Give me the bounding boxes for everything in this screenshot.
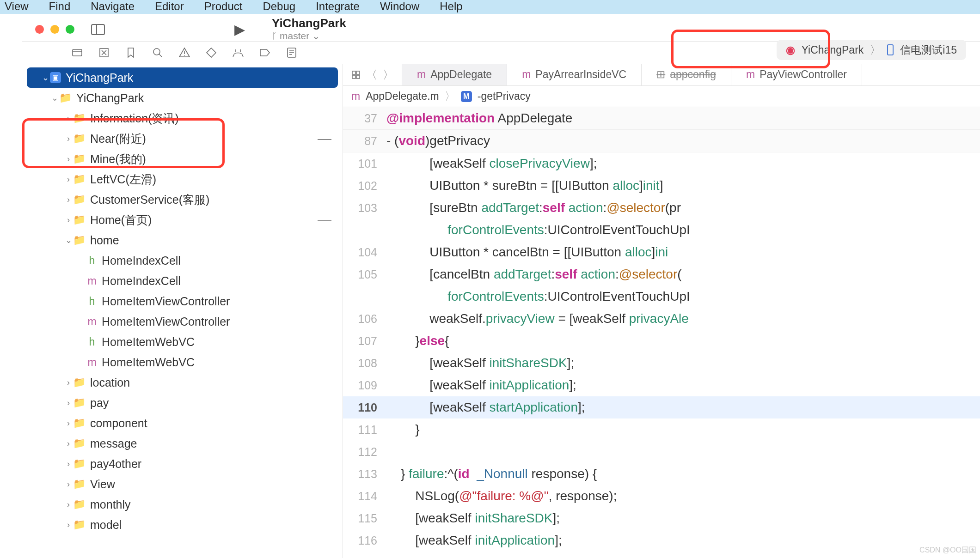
editor-tab[interactable]: mAppDelegate	[402, 64, 507, 85]
nav-back-icon[interactable]: 〈	[366, 67, 377, 82]
line-number: 115	[343, 507, 386, 529]
tree-item[interactable]: ›📁Near(附近)—	[22, 128, 343, 149]
code-line[interactable]: 37@implementation AppDelegate	[343, 107, 980, 130]
tree-item[interactable]: hHomeItemWebVC	[22, 332, 343, 352]
code-line[interactable]: 110 [weakSelf startApplication];	[343, 396, 980, 418]
chevron-down-icon[interactable]: ⌄	[50, 93, 59, 103]
tree-item[interactable]: ›📁message	[22, 433, 343, 454]
chevron-right-icon[interactable]: ›	[64, 134, 73, 144]
chevron-right-icon[interactable]: ›	[64, 378, 73, 388]
file-h-icon: h	[87, 336, 97, 348]
tree-item[interactable]: ›📁CustomerService(客服)	[22, 189, 343, 210]
tree-item[interactable]: ›📁component	[22, 413, 343, 433]
code-line[interactable]: forControlEvents:UIControlEventTouchUpI	[343, 285, 980, 308]
code-line[interactable]: 104 UIButton * cancelBtn = [[UIButton al…	[343, 241, 980, 263]
tree-item[interactable]: ⌄📁home	[22, 230, 343, 250]
tree-item[interactable]: ›📁View	[22, 474, 343, 494]
code-line[interactable]: 112	[343, 441, 980, 463]
tree-item[interactable]: ›📁location	[22, 372, 343, 393]
menu-product[interactable]: Product	[204, 0, 243, 13]
menu-debug[interactable]: Debug	[263, 0, 295, 13]
tree-item[interactable]: ›📁LeftVC(左滑)	[22, 169, 343, 189]
tree-item[interactable]: ⌄▣YiChangPark	[27, 67, 338, 88]
scheme-selector[interactable]: YiChangPark ᚴ master ⌄	[272, 18, 346, 42]
chevron-right-icon[interactable]: ›	[64, 398, 73, 408]
chevron-right-icon[interactable]: ›	[64, 175, 73, 184]
chevron-right-icon[interactable]: ›	[64, 439, 73, 449]
chevron-right-icon[interactable]: ›	[64, 418, 73, 428]
tree-item[interactable]: mHomeItemWebVC	[22, 352, 343, 372]
code-line[interactable]: 109 [weakSelf initApplication];	[343, 374, 980, 396]
code-line[interactable]: 103 [sureBtn addTarget:self action:@sele…	[343, 197, 980, 219]
code-line[interactable]: 115 [weakSelf initShareSDK];	[343, 507, 980, 529]
tree-item[interactable]: ⌄📁YiChangPark	[22, 88, 343, 108]
editor-layout-controls[interactable]: 〈 〉	[343, 64, 402, 85]
tree-item[interactable]: mHomeItemViewController	[22, 311, 343, 332]
tree-item[interactable]: ›📁Information(资讯)	[22, 108, 343, 128]
menu-find[interactable]: Find	[49, 0, 71, 13]
editor-tab[interactable]: mPayArrearInsideVC	[507, 64, 642, 85]
editor-tab[interactable]: mPayViewController	[731, 64, 862, 85]
code-line[interactable]: 102 UIButton * sureBtn = [[UIButton allo…	[343, 175, 980, 197]
nav-forward-icon[interactable]: 〉	[383, 67, 394, 82]
code-line[interactable]: 87- (void)getPrivacy	[343, 130, 980, 152]
menu-help[interactable]: Help	[440, 0, 462, 13]
tree-item[interactable]: hHomeIndexCell	[22, 250, 343, 271]
run-destination[interactable]: ◉ YiChangPark 〉 信电测试i15	[777, 40, 966, 60]
folder-icon: 📁	[73, 173, 86, 185]
menu-view[interactable]: View	[5, 0, 29, 13]
debug-icon[interactable]	[232, 47, 244, 59]
code-line[interactable]: forControlEvents:UIControlEventTouchUpI	[343, 219, 980, 241]
tests-icon[interactable]	[205, 47, 217, 59]
zoom-icon[interactable]	[66, 25, 74, 34]
minimize-icon[interactable]	[50, 25, 59, 34]
tree-item[interactable]: mHomeIndexCell	[22, 271, 343, 291]
chevron-down-icon[interactable]: ⌄	[41, 73, 50, 83]
tree-item[interactable]: ›📁Home(首页)—	[22, 210, 343, 230]
jump-bar[interactable]: m AppDelegate.m 〉 M -getPrivacy	[343, 86, 980, 107]
chevron-right-icon[interactable]: ›	[64, 479, 73, 489]
bookmark-icon[interactable]	[125, 47, 137, 59]
chevron-right-icon[interactable]: ›	[64, 500, 73, 509]
chevron-right-icon[interactable]: ›	[64, 215, 73, 225]
code-line[interactable]: 111 }	[343, 418, 980, 441]
code-line[interactable]: 116 [weakSelf initApplication];	[343, 529, 980, 552]
menu-navigate[interactable]: Navigate	[91, 0, 135, 13]
tree-item[interactable]: ›📁model	[22, 515, 343, 535]
menu-editor[interactable]: Editor	[155, 0, 184, 13]
tree-item[interactable]: hHomeItemViewController	[22, 291, 343, 311]
editor-tab[interactable]: ⊞appconfig	[642, 64, 731, 85]
project-nav-icon[interactable]	[71, 47, 83, 59]
chevron-down-icon[interactable]: ⌄	[64, 235, 73, 245]
code-text: [weakSelf initShareSDK];	[386, 507, 980, 529]
source-editor[interactable]: 37@implementation AppDelegate87- (void)g…	[343, 107, 980, 558]
branch-indicator[interactable]: ᚴ master ⌄	[272, 30, 346, 42]
reports-icon[interactable]	[286, 47, 298, 59]
source-control-icon[interactable]	[98, 47, 110, 59]
config-icon: ⊞	[656, 68, 665, 81]
code-line[interactable]: 108 [weakSelf initShareSDK];	[343, 352, 980, 374]
code-line[interactable]: 101 [weakSelf closePrivacyView];	[343, 152, 980, 175]
chevron-right-icon[interactable]: ›	[64, 114, 73, 123]
menu-integrate[interactable]: Integrate	[316, 0, 360, 13]
search-icon[interactable]	[152, 47, 164, 59]
code-line[interactable]: 105 [cancelBtn addTarget:self action:@se…	[343, 263, 980, 285]
code-line[interactable]: 106 weakSelf.privacyView = [weakSelf pri…	[343, 308, 980, 330]
code-line[interactable]: 114 NSLog(@"failure: %@", response);	[343, 485, 980, 507]
menu-window[interactable]: Window	[380, 0, 419, 13]
chevron-right-icon[interactable]: ›	[64, 520, 73, 530]
chevron-right-icon[interactable]: ›	[64, 154, 73, 164]
tree-item[interactable]: ›📁monthly	[22, 494, 343, 515]
tree-item[interactable]: ›📁pay4other	[22, 454, 343, 474]
chevron-right-icon[interactable]: ›	[64, 459, 73, 469]
sidebar-toggle-icon[interactable]	[91, 24, 105, 35]
tree-item[interactable]: ›📁pay	[22, 393, 343, 413]
code-line[interactable]: 113 } failure:^(id _Nonnull response) {	[343, 463, 980, 485]
chevron-right-icon[interactable]: ›	[64, 195, 73, 205]
close-icon[interactable]	[35, 25, 44, 34]
code-line[interactable]: 107 }else{	[343, 330, 980, 352]
run-button[interactable]: ▶	[234, 21, 245, 37]
issues-icon[interactable]	[178, 47, 190, 59]
breakpoints-icon[interactable]	[259, 47, 271, 59]
tree-item[interactable]: ›📁Mine(我的)	[22, 149, 343, 169]
